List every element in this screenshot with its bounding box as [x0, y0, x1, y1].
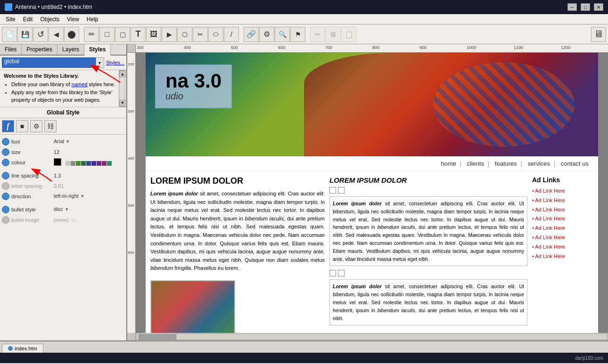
style-box-btn[interactable]: ■	[16, 120, 28, 132]
close-button[interactable]: ✕	[594, 3, 603, 11]
page-tab-index[interactable]: index.htm	[2, 344, 43, 353]
color-dot-7[interactable]	[97, 161, 101, 166]
header-text-box: na 3.0 udio	[155, 65, 232, 108]
direction-dropdown-icon: ▾	[81, 193, 84, 199]
text-button[interactable]: T	[131, 27, 146, 42]
bullet-style-label: bullet style	[11, 207, 54, 212]
bullet-image-label: bullet image	[11, 217, 54, 223]
bottom-bar: danji100.com	[0, 353, 608, 363]
prop-bullet-style-row: bullet style disc ▾	[2, 204, 124, 215]
left-panel: Files Properties Layers Styles global ▾ …	[0, 44, 127, 340]
image-button[interactable]: 🖼	[146, 27, 161, 42]
canvas-content[interactable]: na 3.0 udio home | clients | features |	[136, 53, 608, 333]
app-icon	[5, 3, 12, 11]
color-dot-1[interactable]	[66, 161, 70, 166]
paste-button[interactable]: 📋	[341, 27, 356, 42]
nav-features[interactable]: features	[495, 160, 517, 167]
style-icons: f ■ ⚙ ⛓	[0, 118, 126, 135]
titlebar: Antenna • untitled2 • index.htm ─ □ ✕	[0, 0, 608, 14]
ad-link-5[interactable]: Ad Link Here	[532, 224, 593, 233]
scroll-up-button[interactable]: ▲	[119, 71, 126, 77]
line-spacing-value[interactable]: 1.3	[54, 173, 124, 178]
cut-button[interactable]: ✂	[310, 27, 325, 42]
ad-link-4[interactable]: Ad Link Here	[532, 214, 593, 224]
ad-link-3[interactable]: Ad Link Here	[532, 205, 593, 215]
tab-layers[interactable]: Layers	[58, 44, 84, 55]
styles-select[interactable]: global	[2, 57, 96, 68]
scroll-down-button[interactable]: ▼	[119, 100, 126, 106]
styles-dropdown-arrow[interactable]: ▾	[96, 57, 104, 68]
prop-colour-row: colour	[2, 157, 124, 168]
bullet-dropdown-icon: ▾	[66, 206, 68, 212]
font-label: font	[11, 139, 54, 145]
ad-link-1[interactable]: Ad Link Here	[532, 186, 593, 196]
widget-button[interactable]: ⬡	[177, 27, 192, 42]
anchor-button[interactable]: ⚑	[290, 27, 305, 42]
color-dot-3[interactable]	[76, 161, 81, 166]
color-swatch-black[interactable]	[54, 158, 61, 166]
color-dot-4[interactable]	[81, 161, 86, 166]
link-button[interactable]: 🔗	[244, 27, 259, 42]
flash-button[interactable]: ▶	[162, 27, 177, 42]
style-link-btn[interactable]: ⛓	[44, 120, 57, 132]
maximize-button[interactable]: □	[581, 3, 590, 11]
size-value[interactable]: 12	[54, 149, 124, 155]
right-section-title: LOREM IPSUM DOLOR	[329, 176, 527, 184]
welcome-title: Welcome to the Styles Library.	[4, 73, 117, 79]
style-gear-btn[interactable]: ⚙	[30, 120, 42, 132]
menu-view[interactable]: View	[63, 15, 83, 24]
back-button[interactable]: ◀	[49, 27, 64, 42]
tab-files[interactable]: Files	[0, 44, 22, 55]
minimize-button[interactable]: ─	[567, 3, 577, 11]
prop-line-spacing-row: line spacing 1.3	[2, 170, 124, 181]
rect-button[interactable]: □	[99, 27, 115, 42]
h-scrollbar-thumb[interactable]	[139, 334, 176, 340]
copy-button[interactable]: ⊞	[326, 27, 341, 42]
new-button[interactable]: 📄	[2, 27, 17, 42]
titlebar-title: Antenna • untitled2 • index.htm	[15, 4, 92, 10]
menu-objects[interactable]: Objects	[36, 15, 63, 24]
nav-services[interactable]: services	[527, 160, 550, 167]
bullet-style-value[interactable]: disc ▾	[54, 206, 124, 212]
tab-styles[interactable]: Styles	[84, 44, 111, 56]
color-dot-6[interactable]	[91, 161, 96, 166]
color-dot-2[interactable]	[71, 161, 75, 166]
preview-button[interactable]: ⬤	[64, 27, 79, 42]
ad-link-2[interactable]: Ad Link Here	[532, 196, 593, 205]
toolbar: 📄 💾 ↺ ◀ ⬤ ✏ □ ▢ T 🖼 ▶ ⬡ ✂ ⬭ / 🔗 ⚙ 🔍 ⚑ ✂ …	[0, 24, 608, 44]
font-value[interactable]: Arial ▾	[54, 138, 124, 145]
ad-link-7[interactable]: Ad Link Here	[532, 243, 593, 252]
rounded-rect-button[interactable]: ▢	[115, 27, 130, 42]
nav-contact[interactable]: contact us	[561, 160, 589, 167]
styles-link[interactable]: Styles...	[106, 60, 124, 65]
welcome-item-2: Apply any style from this library to the…	[11, 89, 117, 104]
ad-link-8[interactable]: Ad Link Here	[532, 252, 593, 261]
ad-link-6[interactable]: Ad Link Here	[532, 233, 593, 243]
menu-help[interactable]: Help	[83, 15, 102, 24]
oval-button[interactable]: ⬭	[208, 27, 223, 42]
form-button[interactable]: ✂	[193, 27, 208, 42]
color-dot-8[interactable]	[102, 161, 107, 166]
save-button[interactable]: 💾	[17, 27, 33, 42]
named-link[interactable]: named	[72, 81, 88, 87]
nav-clients[interactable]: clients	[467, 160, 484, 167]
colour-value[interactable]	[54, 158, 124, 167]
settings-button[interactable]: ⚙	[259, 27, 274, 42]
tab-properties[interactable]: Properties	[22, 44, 58, 55]
nav-home[interactable]: home	[441, 160, 456, 167]
refresh-button[interactable]: ↺	[33, 27, 48, 42]
menu-site[interactable]: Site	[2, 15, 19, 24]
edit-button[interactable]: ✏	[84, 27, 99, 42]
style-font-btn[interactable]: f	[2, 120, 14, 132]
color-dot-9[interactable]	[107, 161, 112, 166]
zoom-button[interactable]: 🔍	[275, 27, 290, 42]
monitor-button[interactable]: 🖥	[591, 27, 606, 42]
webpage-nav: home | clients | features | services | c…	[146, 156, 598, 171]
menu-edit[interactable]: Edit	[19, 15, 37, 24]
prop-direction-row: direction left-to-right ▾	[2, 191, 124, 202]
direction-value[interactable]: left-to-right ▾	[54, 193, 124, 199]
thumb-4	[338, 270, 345, 276]
color-dot-5[interactable]	[86, 161, 91, 166]
line-button[interactable]: /	[224, 27, 239, 42]
prop-letter-spacing-row: letter spacing 0.01	[2, 181, 124, 191]
